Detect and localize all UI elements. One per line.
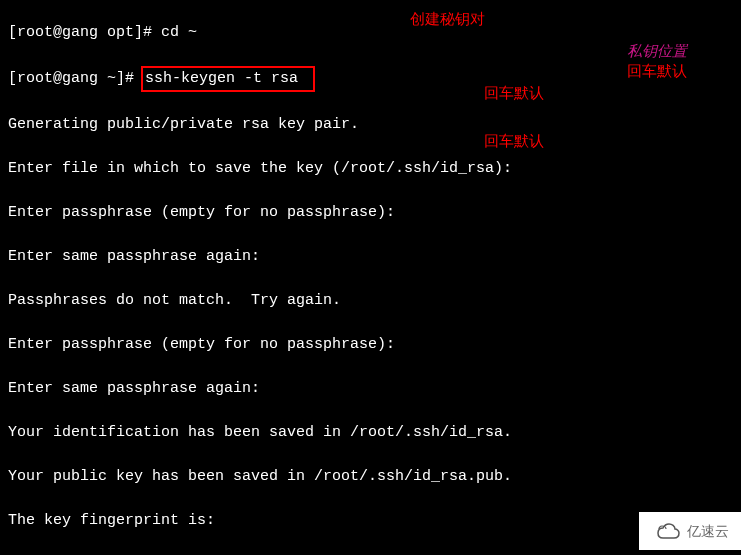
terminal-line: Enter file in which to save the key (/ro… (8, 158, 733, 180)
terminal-line: Your public key has been saved in /root/… (8, 466, 733, 488)
terminal-line: [root@gang ~]# ssh-keygen -t rsa (8, 66, 733, 92)
terminal-line: [root@gang opt]# cd ~ (8, 22, 733, 44)
highlighted-command: ssh-keygen -t rsa (141, 66, 315, 92)
terminal-line: Enter same passphrase again: (8, 378, 733, 400)
terminal-output[interactable]: [root@gang opt]# cd ~ [root@gang ~]# ssh… (0, 0, 741, 555)
terminal-line: Your identification has been saved in /r… (8, 422, 733, 444)
watermark-text: 亿速云 (687, 520, 729, 542)
annotation-enter-default-2: 回车默认 (484, 82, 544, 104)
command-text: cd ~ (161, 24, 197, 41)
annotation-enter-default-3: 回车默认 (484, 130, 544, 152)
annotation-create-keypair: 创建秘钥对 (410, 8, 485, 30)
watermark: 亿速云 (639, 512, 741, 550)
shell-prompt: [root@gang ~]# (8, 70, 143, 87)
terminal-line: Enter passphrase (empty for no passphras… (8, 334, 733, 356)
shell-prompt: [root@gang opt]# (8, 24, 161, 41)
annotation-private-key-location: 私钥位置 (627, 40, 687, 62)
terminal-line: The key fingerprint is: (8, 510, 733, 532)
annotation-enter-default-1: 回车默认 (627, 60, 687, 82)
terminal-line: Generating public/private rsa key pair. (8, 114, 733, 136)
terminal-line: Enter same passphrase again: (8, 246, 733, 268)
terminal-line: Enter passphrase (empty for no passphras… (8, 202, 733, 224)
cloud-icon (655, 523, 681, 539)
terminal-line: Passphrases do not match. Try again. (8, 290, 733, 312)
